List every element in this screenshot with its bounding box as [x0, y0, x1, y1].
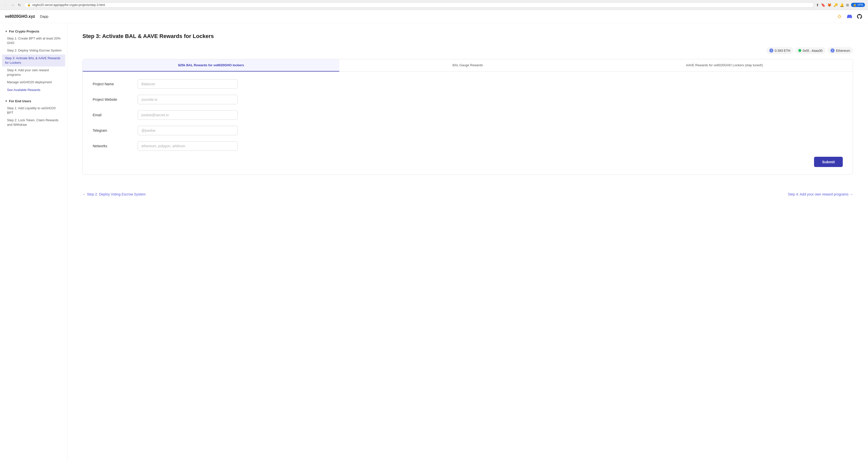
sidebar-section-crypto-projects-label: For Crypto Projects — [9, 29, 39, 33]
bookmark-icon[interactable]: 🔖 — [821, 3, 825, 7]
connected-dot — [798, 49, 801, 52]
url-bar[interactable]: 🔒 vegho20.vercel.app/app/for-crypto-proj… — [24, 2, 814, 8]
sidebar-item-rewards[interactable]: See Available Rewards — [0, 86, 67, 94]
sidebar-item-manage[interactable]: Manage veGHO20 deployment — [0, 79, 67, 86]
wallet-network-text: Ethereum — [836, 49, 850, 53]
app-header: ve8020GHO.xyz Dapp — [0, 10, 868, 23]
bottom-nav: ← Step 2: Deploy Voting Escrow System St… — [83, 187, 853, 196]
extension-icon3[interactable]: 🔔 — [840, 3, 844, 7]
sidebar-item-end-step1[interactable]: Step 1: Add Liquidity to veGHO20 BPT — [0, 105, 67, 116]
main-content: Step 3: Activate BAL & AAVE Rewards for … — [67, 23, 868, 461]
label-project-name: Project Name — [93, 82, 133, 86]
wallet-address-text: 0x5f...4aaa30 — [803, 49, 823, 53]
sidebar-section-crypto-projects[interactable]: ▼ For Crypto Projects — [0, 28, 67, 35]
back-button[interactable]: ← — [3, 2, 8, 7]
input-telegram[interactable] — [138, 126, 238, 135]
sidebar-item-end-step2[interactable]: Step 2: Lock Token, Claim Rewards and Wi… — [0, 116, 67, 128]
input-email[interactable] — [138, 110, 238, 120]
tab-aave-rewards[interactable]: AAVE Rewards for ve8020GHO Lockers (stay… — [596, 59, 853, 71]
wallet-address[interactable]: 0x5f...4aaa30 — [795, 47, 826, 54]
wallet-balance-text: 0.393 ETH — [775, 49, 790, 53]
chevron-down-icon: ▼ — [5, 30, 7, 33]
eth-icon: Ξ — [769, 49, 773, 53]
sidebar-section-end-users[interactable]: ▼ For End Users — [0, 98, 67, 105]
submit-button[interactable]: Submit — [814, 157, 843, 167]
forward-button[interactable]: → — [10, 2, 15, 7]
sidebar-item-step4[interactable]: Step 4: Add your own reward programs — [0, 66, 67, 79]
vpn-badge: 🔒 VPN — [851, 3, 865, 7]
discord-icon[interactable] — [846, 13, 853, 20]
reload-button[interactable]: ↻ — [17, 2, 22, 7]
input-website[interactable] — [138, 95, 238, 104]
sidebar-item-step3[interactable]: Step 3: Activate BAL & AAVE Rewards for … — [2, 55, 65, 66]
form-row-website: Project Website — [93, 95, 843, 104]
nav-next-link[interactable]: Step 4: Add your own reward programs → — [788, 192, 853, 196]
label-email: Email — [93, 113, 133, 117]
chevron-down-icon-2: ▼ — [5, 100, 7, 103]
extension-icon4[interactable]: ⊞ — [846, 3, 849, 7]
app-logo: ve8020GHO.xyz — [5, 14, 35, 19]
app-body: ▼ For Crypto Projects Step 1: Create BPT… — [0, 23, 868, 461]
wallet-network[interactable]: Ξ Ethereum — [828, 47, 853, 54]
github-icon[interactable] — [856, 13, 863, 20]
label-website: Project Website — [93, 97, 133, 102]
input-project-name[interactable] — [138, 79, 238, 89]
form-row-project-name: Project Name — [93, 79, 843, 89]
sun-icon[interactable] — [836, 13, 843, 20]
wallet-bar: Ξ 0.393 ETH 0x5f...4aaa30 Ξ Ethereum — [83, 47, 853, 54]
sidebar-item-step2[interactable]: Step 2: Deploy Voting Escrow System — [0, 47, 67, 54]
form-row-networks: Networks — [93, 141, 843, 151]
extension-icon2[interactable]: 🔑 — [834, 3, 838, 7]
label-networks: Networks — [93, 144, 133, 148]
sidebar-item-step1[interactable]: Step 1: Create BPT with at least 20% GHO — [0, 35, 67, 47]
browser-chrome: ← → ↻ 🔒 vegho20.vercel.app/app/for-crypt… — [0, 0, 868, 10]
input-networks[interactable] — [138, 141, 238, 151]
nav-prev-link[interactable]: ← Step 2: Deploy Voting Escrow System — [83, 192, 146, 196]
form-body: Project Name Project Website Email Teleg… — [83, 72, 853, 174]
form-row-email: Email — [93, 110, 843, 120]
page-title: Step 3: Activate BAL & AAVE Rewards for … — [83, 33, 853, 39]
share-icon[interactable]: ⬆ — [816, 3, 819, 7]
extension-icon1[interactable]: 🦊 — [827, 3, 832, 7]
tab-gauge-rewards[interactable]: BAL Gauge Rewards — [339, 59, 596, 71]
wallet-balance[interactable]: Ξ 0.393 ETH — [766, 47, 793, 54]
url-text: vegho20.vercel.app/app/for-crypto-projec… — [32, 3, 105, 7]
sidebar: ▼ For Crypto Projects Step 1: Create BPT… — [0, 23, 67, 461]
label-telegram: Telegram — [93, 128, 133, 133]
tab-bal-rewards[interactable]: $25k BAL Rewards for ve8020GHO lockers — [83, 59, 339, 71]
main-card: $25k BAL Rewards for ve8020GHO lockers B… — [83, 59, 853, 175]
dapp-nav-link[interactable]: Dapp — [40, 15, 48, 19]
sidebar-section-end-users-label: For End Users — [9, 99, 31, 103]
card-tabs: $25k BAL Rewards for ve8020GHO lockers B… — [83, 59, 853, 72]
svg-point-0 — [839, 15, 840, 17]
browser-actions: ⬆ 🔖 🦊 🔑 🔔 ⊞ 🔒 VPN — [816, 3, 865, 7]
header-right — [836, 13, 863, 20]
form-row-telegram: Telegram — [93, 126, 843, 135]
network-eth-icon: Ξ — [831, 49, 835, 53]
